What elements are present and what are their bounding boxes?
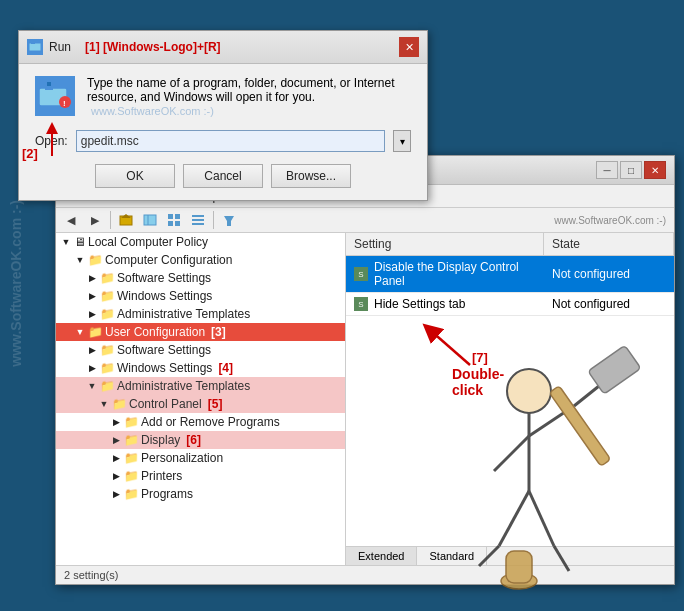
toolbar-list-view[interactable] bbox=[187, 210, 209, 230]
svg-rect-20 bbox=[192, 219, 204, 221]
tree-item-programs[interactable]: ▶ 📁 Programs bbox=[56, 485, 345, 503]
expand-icon-sw-user: ▶ bbox=[86, 345, 98, 355]
svg-rect-4 bbox=[47, 82, 51, 86]
tree-item-user-config[interactable]: ▼ 📁 User Configuration [3] bbox=[56, 323, 345, 341]
folder-icon-print: 📁 bbox=[124, 469, 139, 483]
run-input-field[interactable] bbox=[76, 130, 385, 152]
run-body: ! Type the name of a program, folder, do… bbox=[19, 64, 427, 200]
run-title: Run bbox=[49, 40, 71, 54]
run-annotation-title: [1] [Windows-Logo]+[R] bbox=[85, 40, 221, 54]
col-setting: Setting bbox=[346, 233, 544, 255]
table-row[interactable]: S Hide Settings tab Not configured bbox=[346, 293, 674, 316]
folder-icon-win-comp: 📁 bbox=[100, 289, 115, 303]
gpe-statusbar: 2 setting(s) bbox=[56, 565, 674, 584]
tree-item-printers[interactable]: ▶ 📁 Printers bbox=[56, 467, 345, 485]
gpe-toolbar-watermark: www.SoftwareOK.com :-) bbox=[242, 215, 670, 226]
expand-icon-disp: ▶ bbox=[110, 435, 122, 445]
folder-icon-prog: 📁 bbox=[124, 487, 139, 501]
folder-icon-pers: 📁 bbox=[124, 451, 139, 465]
toolbar-sep-1 bbox=[110, 211, 111, 229]
toolbar-icon-view[interactable] bbox=[163, 210, 185, 230]
gpe-right-panel: Setting State S Disable the Display Cont… bbox=[346, 233, 674, 565]
run-ok-button[interactable]: OK bbox=[95, 164, 175, 188]
toolbar-show-hide[interactable] bbox=[139, 210, 161, 230]
run-close-button[interactable]: ✕ bbox=[399, 37, 419, 57]
toolbar-filter[interactable] bbox=[218, 210, 240, 230]
svg-marker-22 bbox=[224, 216, 234, 226]
toolbar-forward[interactable]: ▶ bbox=[84, 210, 106, 230]
tree-item-display[interactable]: ▶ 📁 Display [6] bbox=[56, 431, 345, 449]
table-row[interactable]: S Disable the Display Control Panel Not … bbox=[346, 256, 674, 293]
run-watermark: www.SoftwareOK.com :-) bbox=[91, 105, 214, 117]
folder-icon-admin-user: 📁 bbox=[100, 379, 115, 393]
tree-item-win-settings-comp[interactable]: ▶ 📁 Windows Settings bbox=[56, 287, 345, 305]
folder-icon-disp: 📁 bbox=[124, 433, 139, 447]
svg-rect-13 bbox=[144, 215, 156, 225]
svg-rect-19 bbox=[192, 215, 204, 217]
gpe-maximize-button[interactable]: □ bbox=[620, 161, 642, 179]
gpe-content: ▼ 🖥 Local Computer Policy ▼ 📁 Computer C… bbox=[56, 233, 674, 565]
tree-item-admin-comp[interactable]: ▶ 📁 Administrative Templates bbox=[56, 305, 345, 323]
run-buttons: OK Cancel Browse... bbox=[35, 164, 411, 188]
tree-item-sw-settings-comp[interactable]: ▶ 📁 Software Settings bbox=[56, 269, 345, 287]
expand-icon-print: ▶ bbox=[110, 471, 122, 481]
run-cancel-button[interactable]: Cancel bbox=[183, 164, 263, 188]
folder-icon-admin-comp: 📁 bbox=[100, 307, 115, 321]
setting-cell-1: S Disable the Display Control Panel bbox=[346, 256, 544, 292]
tree-item-admin-user[interactable]: ▼ 📁 Administrative Templates bbox=[56, 377, 345, 395]
expand-icon-cc: ▼ bbox=[74, 255, 86, 265]
tab-extended[interactable]: Extended bbox=[346, 547, 417, 565]
watermark-side: www.SoftwareOK.com :-) bbox=[8, 200, 24, 367]
state-cell-2: Not configured bbox=[544, 293, 674, 315]
expand-icon-win-user: ▶ bbox=[86, 363, 98, 373]
tree-item-root[interactable]: ▼ 🖥 Local Computer Policy bbox=[56, 233, 345, 251]
setting-cell-2: S Hide Settings tab bbox=[346, 293, 544, 315]
gpe-list-body: S Disable the Display Control Panel Not … bbox=[346, 256, 674, 546]
folder-icon-sw-user: 📁 bbox=[100, 343, 115, 357]
tree-item-win-settings-user[interactable]: ▶ 📁 Windows Settings [4] bbox=[56, 359, 345, 377]
run-titlebar-left: Run [1] [Windows-Logo]+[R] bbox=[27, 39, 221, 55]
tab-standard[interactable]: Standard bbox=[417, 547, 487, 565]
run-browse-button[interactable]: Browse... bbox=[271, 164, 351, 188]
folder-icon-ar: 📁 bbox=[124, 415, 139, 429]
expand-icon-cp: ▼ bbox=[98, 399, 110, 409]
gpe-tree: ▼ 🖥 Local Computer Policy ▼ 📁 Computer C… bbox=[56, 233, 346, 565]
toolbar-sep-2 bbox=[213, 211, 214, 229]
expand-icon-admin-comp: ▶ bbox=[86, 309, 98, 319]
tree-item-personalization[interactable]: ▶ 📁 Personalization bbox=[56, 449, 345, 467]
gpe-close-button[interactable]: ✕ bbox=[644, 161, 666, 179]
tree-item-add-remove[interactable]: ▶ 📁 Add or Remove Programs bbox=[56, 413, 345, 431]
col-state: State bbox=[544, 233, 674, 255]
toolbar-up[interactable] bbox=[115, 210, 137, 230]
gpe-win-buttons: ─ □ ✕ bbox=[596, 161, 666, 179]
expand-icon-root: ▼ bbox=[60, 237, 72, 247]
folder-icon-uc: 📁 bbox=[88, 325, 103, 339]
annotation-3: [3] bbox=[211, 325, 226, 339]
folder-icon-cp: 📁 bbox=[112, 397, 127, 411]
run-open-label: Open: bbox=[35, 134, 68, 148]
tree-item-control-panel[interactable]: ▼ 📁 Control Panel [5] bbox=[56, 395, 345, 413]
tree-item-sw-settings-user[interactable]: ▶ 📁 Software Settings bbox=[56, 341, 345, 359]
expand-icon-pers: ▶ bbox=[110, 453, 122, 463]
annotation-4: [4] bbox=[218, 361, 233, 375]
toolbar-back[interactable]: ◀ bbox=[60, 210, 82, 230]
gpe-toolbar: ◀ ▶ bbox=[56, 208, 674, 233]
gpe-minimize-button[interactable]: ─ bbox=[596, 161, 618, 179]
run-dialog: Run [1] [Windows-Logo]+[R] ✕ ! Type the … bbox=[18, 30, 428, 201]
setting-icon-1: S bbox=[354, 267, 368, 281]
svg-rect-21 bbox=[192, 223, 204, 225]
run-titlebar: Run [1] [Windows-Logo]+[R] ✕ bbox=[19, 31, 427, 64]
expand-icon-admin-user: ▼ bbox=[86, 381, 98, 391]
run-dropdown-arrow[interactable]: ▾ bbox=[393, 130, 411, 152]
svg-rect-18 bbox=[175, 221, 180, 226]
svg-text:!: ! bbox=[63, 99, 66, 108]
annotation-6: [6] bbox=[186, 433, 201, 447]
tree-item-computer-config[interactable]: ▼ 📁 Computer Configuration bbox=[56, 251, 345, 269]
svg-text:S: S bbox=[358, 300, 363, 309]
run-icon bbox=[27, 39, 43, 55]
expand-icon-sw-comp: ▶ bbox=[86, 273, 98, 283]
expand-icon-prog: ▶ bbox=[110, 489, 122, 499]
run-input-row: Open: ▾ bbox=[35, 130, 411, 152]
run-desc-text: Type the name of a program, folder, docu… bbox=[87, 76, 411, 118]
state-cell-1: Not configured bbox=[544, 263, 674, 285]
